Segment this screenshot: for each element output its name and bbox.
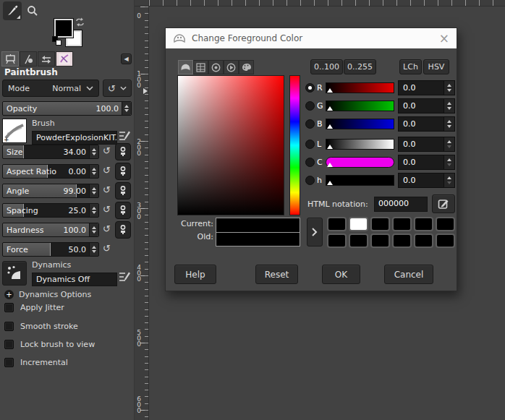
brush-name-field[interactable]: PowderExplosionKIT.a — [32, 131, 117, 145]
apply-jitter-checkbox[interactable] — [4, 303, 14, 312]
spinner[interactable] — [444, 117, 454, 131]
history-swatch[interactable] — [349, 217, 368, 231]
incremental-row[interactable]: Incremental — [4, 358, 68, 367]
force-slider[interactable]: Force 50.0 — [2, 242, 99, 257]
apply-jitter-row[interactable]: Apply Jitter — [4, 303, 64, 312]
tab-tool-options[interactable] — [1, 51, 19, 67]
history-swatch[interactable] — [392, 233, 412, 248]
hardness-slider[interactable]: Hardness 100.0 — [2, 223, 99, 237]
tab-watercolor-selector[interactable] — [208, 60, 224, 74]
lock-brush-row[interactable]: Lock brush to view — [4, 340, 95, 349]
slider-h[interactable] — [326, 175, 394, 186]
slider-C[interactable] — [326, 157, 394, 168]
history-swatch[interactable] — [370, 233, 390, 248]
reset-icon[interactable]: ↺ — [103, 185, 111, 194]
radio-C[interactable] — [305, 158, 315, 167]
value-B[interactable]: 0.0 — [398, 116, 455, 132]
history-swatch[interactable] — [414, 217, 433, 231]
radio-L[interactable] — [305, 140, 315, 149]
reset-icon[interactable]: ↺ — [103, 205, 111, 214]
lch-button[interactable]: LCh — [399, 59, 422, 74]
mode-dropdown[interactable]: Mode Normal — [2, 80, 99, 97]
dynamics-options-expander[interactable]: + Dynamics Options — [4, 290, 91, 299]
reset-icon[interactable]: ↺ — [103, 244, 111, 253]
hue-strip[interactable] — [289, 75, 300, 215]
tab-cmyk-selector[interactable] — [193, 60, 208, 74]
angle-slider[interactable]: Angle 99.00 — [2, 184, 99, 198]
smooth-stroke-row[interactable]: Smooth stroke — [4, 322, 78, 331]
dynamics-field[interactable]: Dynamics Off — [32, 273, 117, 286]
incremental-checkbox[interactable] — [4, 358, 14, 367]
reset-icon[interactable]: ↺ — [103, 166, 111, 175]
history-swatch[interactable] — [392, 217, 412, 231]
html-notation-input[interactable]: 000000 — [374, 197, 428, 212]
cancel-button[interactable]: Cancel — [384, 265, 433, 284]
range-0-255-button[interactable]: 0..255 — [344, 59, 376, 74]
collapse-dock-button[interactable]: ◀ — [121, 53, 132, 64]
tab-gimp-selector[interactable] — [178, 60, 193, 74]
value-R[interactable]: 0.0 — [398, 80, 455, 95]
radio-R[interactable] — [305, 83, 315, 93]
help-button[interactable]: Help — [174, 265, 216, 284]
opacity-spinner[interactable] — [122, 102, 131, 115]
dynamics-edit-icon[interactable] — [118, 270, 132, 283]
brush-preview[interactable]: + — [2, 119, 27, 143]
ok-button[interactable]: OK — [322, 265, 360, 284]
opacity-slider[interactable]: Opacity 100.0 — [2, 101, 132, 116]
horizontal-ruler[interactable] — [149, 0, 505, 7]
vertical-ruler[interactable]: 0 100 200 300 400 500 600 — [135, 7, 149, 420]
radio-h[interactable] — [305, 176, 315, 185]
history-swatch[interactable] — [436, 233, 455, 248]
reset-icon[interactable]: ↺ — [103, 224, 111, 233]
swap-colors-icon[interactable] — [75, 17, 85, 27]
tab-wheel-selector[interactable] — [224, 60, 239, 74]
spinner[interactable] — [444, 99, 454, 113]
lock-brush-checkbox[interactable] — [4, 340, 14, 349]
history-swatch[interactable] — [327, 233, 347, 248]
pick-color-button[interactable] — [432, 194, 455, 213]
zoom-tool-button[interactable] — [25, 3, 41, 19]
tab-palette-selector[interactable] — [239, 60, 254, 74]
aspect-ratio-slider[interactable]: Aspect Ratio 0.00 — [2, 164, 99, 179]
slider-L[interactable] — [326, 139, 394, 150]
radio-B[interactable] — [305, 119, 315, 129]
value-G[interactable]: 0.0 — [398, 98, 455, 113]
dialog-titlebar[interactable]: Change Foreground Color × — [166, 28, 457, 48]
radio-G[interactable] — [305, 101, 315, 111]
close-icon[interactable]: × — [439, 33, 449, 45]
slider-B[interactable] — [326, 119, 394, 129]
spinner[interactable] — [444, 173, 454, 187]
foreground-color-swatch[interactable] — [54, 18, 74, 38]
tab-device-status[interactable] — [20, 51, 37, 67]
link-to-brush-icon[interactable] — [115, 163, 131, 180]
value-L[interactable]: 0.0 — [398, 137, 455, 152]
spinner[interactable] — [444, 81, 454, 95]
slider-G[interactable] — [326, 100, 394, 111]
reset-button[interactable]: Reset — [255, 265, 298, 284]
color-square[interactable] — [177, 75, 284, 215]
value-C[interactable]: 0.0 — [398, 155, 455, 170]
history-swatch[interactable] — [370, 217, 390, 231]
slider-R[interactable] — [326, 82, 394, 93]
link-to-brush-icon[interactable] — [115, 143, 131, 160]
link-to-brush-icon[interactable] — [115, 221, 131, 239]
range-0-100-button[interactable]: 0..100 — [310, 59, 343, 74]
brush-edit-icon[interactable] — [118, 129, 132, 142]
history-swatch[interactable] — [436, 217, 455, 231]
history-swatch[interactable] — [349, 233, 368, 248]
value-h[interactable]: 0.0 — [398, 173, 455, 188]
history-swatch[interactable] — [327, 217, 347, 231]
link-to-brush-icon[interactable] — [115, 202, 131, 219]
size-slider[interactable]: Size 34.00 — [2, 145, 99, 159]
link-to-brush-icon[interactable] — [115, 182, 131, 200]
spacing-slider[interactable]: Spacing 25.0 — [2, 203, 99, 218]
smooth-stroke-checkbox[interactable] — [4, 322, 14, 331]
history-swatch[interactable] — [414, 233, 433, 248]
hsv-button[interactable]: HSV — [423, 59, 449, 74]
spinner[interactable] — [444, 137, 454, 151]
mode-reset-group[interactable]: ↺ — [103, 80, 132, 97]
spinner[interactable] — [444, 155, 454, 169]
tab-brushes[interactable] — [56, 51, 73, 67]
dynamics-preview-button[interactable] — [2, 261, 27, 286]
reset-icon[interactable]: ↺ — [103, 146, 111, 155]
